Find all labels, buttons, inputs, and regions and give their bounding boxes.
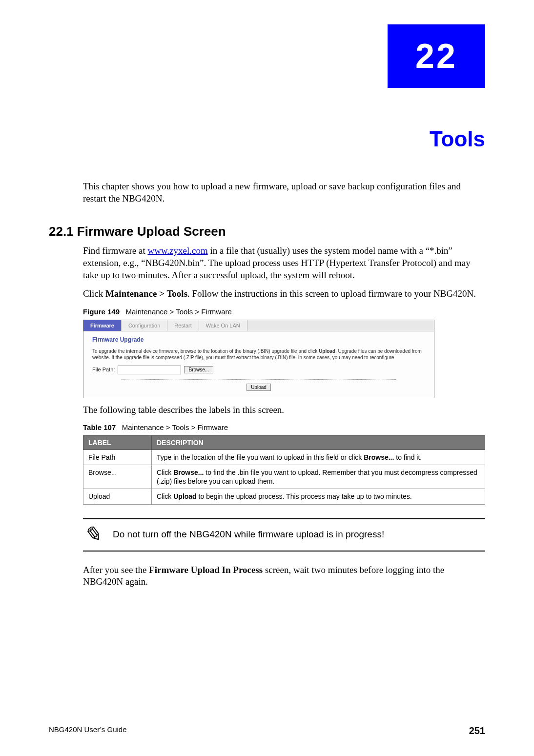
- note-icon: ✎: [83, 524, 101, 546]
- footer-page-number: 251: [469, 725, 485, 736]
- table-row: File Path Type in the location of the fi…: [83, 450, 485, 465]
- chapter-title: Tools: [49, 127, 485, 151]
- text: to find the .bin file you want to upload…: [157, 469, 477, 485]
- page-footer: NBG420N User’s Guide 251: [49, 725, 485, 736]
- table-caption: Table 107 Maintenance > Tools > Firmware: [83, 423, 485, 432]
- text: Browse...: [364, 453, 394, 461]
- table-cell-label: Upload: [83, 489, 152, 504]
- upload-button[interactable]: Upload: [246, 384, 271, 391]
- figure-tabbar: Firmware Configuration Restart Wake On L…: [83, 320, 434, 331]
- table-row: Upload Click Upload to begin the upload …: [83, 489, 485, 504]
- table-cell-label: File Path: [83, 450, 152, 465]
- text: Find firmware at: [83, 245, 147, 256]
- table-intro-text: The following table describes the labels…: [83, 404, 485, 416]
- text: To upgrade the internal device firmware,…: [92, 348, 319, 354]
- tab-firmware[interactable]: Firmware: [83, 320, 122, 331]
- table-header-description: DESCRIPTION: [152, 435, 485, 450]
- chapter-number-badge: 22: [388, 24, 485, 88]
- tab-restart[interactable]: Restart: [167, 320, 199, 331]
- figure-title: Maintenance > Tools > Firmware: [126, 307, 232, 316]
- paragraph-3: After you see the Firmware Upload In Pro…: [83, 564, 485, 588]
- text: Browse...: [173, 469, 204, 476]
- text: to begin the upload process. This proces…: [197, 492, 412, 500]
- paragraph-1: Find firmware at www.zyxel.com in a file…: [83, 245, 485, 281]
- text: Click: [157, 492, 173, 500]
- text: Firmware Upload In Process: [149, 565, 263, 575]
- zyxel-link[interactable]: www.zyxel.com: [147, 245, 207, 256]
- figure-number: Figure 149: [83, 307, 120, 316]
- nav-path-text: Maintenance > Tools: [105, 288, 187, 299]
- text: Click: [83, 288, 105, 299]
- figure-screenshot: Firmware Configuration Restart Wake On L…: [83, 320, 434, 398]
- browse-button[interactable]: Browse...: [184, 366, 213, 373]
- table-row: Browse... Click Browse... to find the .b…: [83, 465, 485, 489]
- figure-subtitle: Firmware Upgrade: [92, 336, 425, 344]
- text: Type in the location of the file you wan…: [157, 453, 364, 461]
- figure-caption: Figure 149 Maintenance > Tools > Firmwar…: [83, 307, 485, 317]
- table-header-label: LABEL: [83, 435, 152, 450]
- text: Click: [157, 469, 173, 476]
- tab-wake-on-lan[interactable]: Wake On LAN: [199, 320, 247, 331]
- separator: [122, 379, 396, 380]
- paragraph-2: Click Maintenance > Tools. Follow the in…: [83, 288, 485, 300]
- text: Upload: [319, 348, 335, 354]
- file-path-label: File Path:: [92, 366, 115, 373]
- text: Upload: [173, 492, 196, 500]
- note-text: Do not turn off the NBG420N while firmwa…: [113, 529, 384, 541]
- description-table: LABEL DESCRIPTION File Path Type in the …: [83, 435, 485, 505]
- table-number: Table 107: [83, 423, 116, 431]
- intro-paragraph: This chapter shows you how to upload a n…: [83, 181, 485, 204]
- text: After you see the: [83, 565, 149, 575]
- table-title: Maintenance > Tools > Firmware: [122, 423, 228, 431]
- figure-instruction-text: To upgrade the internal device firmware,…: [92, 348, 425, 361]
- file-path-input[interactable]: [118, 366, 181, 374]
- section-heading: 22.1 Firmware Upload Screen: [49, 224, 485, 239]
- table-cell-label: Browse...: [83, 465, 152, 489]
- text: to find it.: [394, 453, 422, 461]
- note-block: ✎ Do not turn off the NBG420N while firm…: [83, 518, 485, 552]
- table-cell-description: Click Upload to begin the upload process…: [152, 489, 485, 504]
- footer-guide-name: NBG420N User’s Guide: [49, 725, 127, 736]
- tab-configuration[interactable]: Configuration: [122, 320, 167, 331]
- text: . Follow the instructions in this screen…: [187, 288, 476, 299]
- table-cell-description: Type in the location of the file you wan…: [152, 450, 485, 465]
- table-cell-description: Click Browse... to find the .bin file yo…: [152, 465, 485, 489]
